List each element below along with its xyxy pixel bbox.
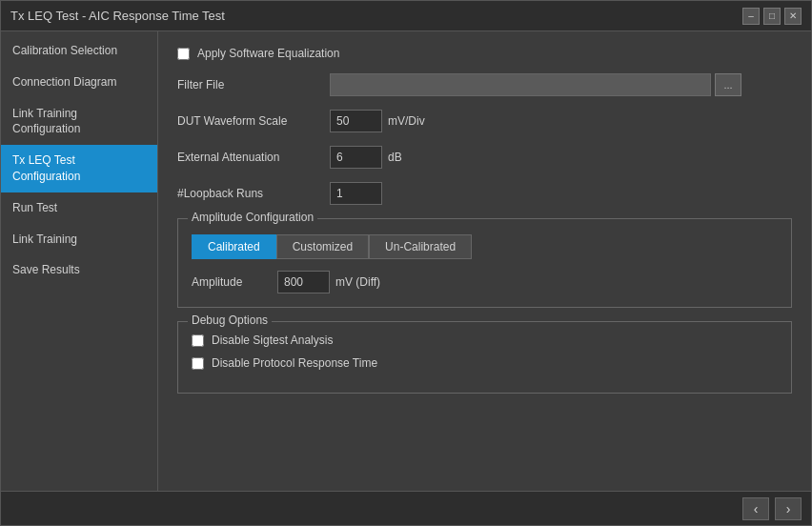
amplitude-input[interactable]	[277, 271, 330, 293]
sidebar: Calibration Selection Connection Diagram…	[1, 31, 158, 491]
amplitude-config-title: Amplitude Configuration	[188, 211, 317, 224]
amplitude-buttons: Calibrated Customized Un-Calibrated	[192, 234, 778, 259]
amplitude-unit: mV (Diff)	[335, 275, 380, 289]
dut-waveform-scale-unit: mV/Div	[388, 114, 425, 128]
sidebar-item-link-training-configuration[interactable]: Link Training Configuration	[1, 98, 157, 146]
window-title: Tx LEQ Test - AIC Response Time Test	[10, 9, 225, 23]
external-attenuation-input[interactable]	[330, 146, 382, 169]
loopback-runs-row: #Loopback Runs	[177, 182, 792, 205]
minimize-button[interactable]: –	[742, 8, 760, 25]
apply-software-eq-row: Apply Software Equalization	[177, 47, 792, 60]
dut-waveform-scale-row: DUT Waveform Scale mV/Div	[177, 110, 792, 132]
dut-waveform-scale-label: DUT Waveform Scale	[177, 114, 330, 128]
sidebar-item-save-results[interactable]: Save Results	[1, 254, 157, 286]
calibrated-button[interactable]: Calibrated	[192, 234, 276, 259]
title-bar: Tx LEQ Test - AIC Response Time Test – □…	[1, 1, 811, 31]
loopback-runs-label: #Loopback Runs	[177, 187, 330, 200]
next-button[interactable]: ›	[775, 497, 802, 520]
disable-sigtest-checkbox[interactable]	[192, 334, 204, 347]
amplitude-label: Amplitude	[192, 275, 277, 289]
sidebar-item-tx-leq-test-configuration[interactable]: Tx LEQ Test Configuration	[1, 145, 157, 192]
disable-sigtest-label: Disable Sigtest Analysis	[212, 334, 333, 347]
bottom-bar: ‹ ›	[1, 491, 811, 525]
external-attenuation-label: External Attenuation	[177, 151, 330, 164]
external-attenuation-unit: dB	[388, 151, 402, 164]
close-button[interactable]: ✕	[784, 8, 802, 25]
sidebar-item-run-test[interactable]: Run Test	[1, 192, 157, 224]
debug-options-title: Debug Options	[188, 314, 272, 327]
sidebar-item-calibration-selection[interactable]: Calibration Selection	[1, 35, 157, 67]
main-panel: Apply Software Equalization Filter File …	[158, 31, 811, 491]
prev-button[interactable]: ‹	[742, 497, 769, 520]
filter-file-input[interactable]	[330, 73, 711, 96]
dut-waveform-scale-input[interactable]	[330, 110, 382, 132]
un-calibrated-button[interactable]: Un-Calibrated	[369, 234, 472, 259]
sidebar-item-connection-diagram[interactable]: Connection Diagram	[1, 67, 157, 98]
disable-protocol-checkbox[interactable]	[192, 357, 204, 370]
apply-software-eq-checkbox[interactable]	[177, 48, 190, 60]
title-bar-controls: – □ ✕	[742, 8, 802, 25]
debug-options-group: Debug Options Disable Sigtest Analysis D…	[177, 321, 792, 394]
main-window: Tx LEQ Test - AIC Response Time Test – □…	[0, 0, 812, 526]
amplitude-row: Amplitude mV (Diff)	[192, 271, 778, 293]
disable-sigtest-row: Disable Sigtest Analysis	[192, 334, 778, 347]
sidebar-item-link-training[interactable]: Link Training	[1, 224, 157, 255]
disable-protocol-label: Disable Protocol Response Time	[212, 356, 377, 370]
customized-button[interactable]: Customized	[276, 234, 369, 259]
disable-protocol-row: Disable Protocol Response Time	[192, 356, 778, 370]
filter-file-label: Filter File	[177, 78, 330, 91]
loopback-runs-input[interactable]	[330, 182, 382, 205]
browse-button[interactable]: ...	[715, 73, 741, 96]
apply-software-eq-label: Apply Software Equalization	[197, 47, 339, 60]
content-area: Calibration Selection Connection Diagram…	[1, 31, 811, 491]
amplitude-config-group: Amplitude Configuration Calibrated Custo…	[177, 218, 792, 308]
external-attenuation-row: External Attenuation dB	[177, 146, 792, 169]
maximize-button[interactable]: □	[763, 8, 781, 25]
filter-file-row: Filter File ...	[177, 73, 792, 96]
